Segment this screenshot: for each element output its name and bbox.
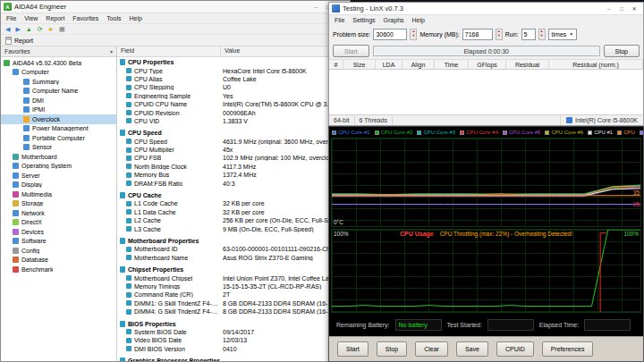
- legend-cpu-core-1[interactable]: CPU Core #1: [332, 130, 370, 135]
- sidebar-item-operating-system[interactable]: Operating System: [1, 162, 116, 172]
- usage-left-axis-label: 100%: [334, 231, 349, 237]
- sidebar-item-dmi[interactable]: DMI: [1, 96, 116, 105]
- legend-cpu-1[interactable]: CPU #1: [588, 130, 613, 135]
- memory-stepper[interactable]: ▲▼: [496, 29, 503, 40]
- legend-motherboard[interactable]: Motherboard: [640, 130, 643, 135]
- save-button[interactable]: Save: [456, 341, 488, 357]
- legend-cpu-core-6[interactable]: CPU Core #6: [545, 130, 583, 135]
- section-icon: [120, 238, 125, 244]
- property-row: Motherboard ChipsetIntel Union Point Z37…: [117, 274, 350, 282]
- property-field: DIMM1: G Skill TridentZ F4-3600C15-8GTZ: [117, 300, 221, 307]
- sidebar-item-computer[interactable]: Computer: [1, 68, 116, 78]
- aida-menu-report[interactable]: Report: [42, 15, 68, 21]
- sidebar-item-motherboard[interactable]: Motherboard: [1, 152, 116, 162]
- problem-size-input[interactable]: 30600: [373, 29, 407, 40]
- sidebar-item-aida64-v5-92-4300-beta[interactable]: AIDA64 v5.92.4300 Beta: [1, 58, 116, 68]
- tree-item-label: Devices: [21, 229, 44, 235]
- sidebar-item-directx[interactable]: DirectX: [1, 218, 116, 228]
- linx-minimize-button[interactable]: –: [603, 4, 615, 13]
- grid-column-size[interactable]: Size: [343, 60, 376, 69]
- sidebar-item-software[interactable]: Software: [1, 237, 116, 247]
- sidebar-item-sensor[interactable]: Sensor: [1, 143, 116, 153]
- sidebar-item-storage[interactable]: Storage: [1, 199, 116, 209]
- sidebar-item-portable-computer[interactable]: Portable Computer: [1, 133, 116, 143]
- legend-cpu-core-3[interactable]: CPU Core #3: [417, 130, 455, 135]
- preferences-button[interactable]: Preferences: [542, 341, 594, 357]
- legend-cpu-core-5[interactable]: CPU Core #5: [503, 130, 541, 135]
- run-units-dropdown[interactable]: times ▼: [548, 29, 578, 40]
- grid-column-[interactable]: #: [329, 60, 343, 69]
- up-icon[interactable]: ▲: [26, 26, 32, 32]
- linx-menu-settings[interactable]: Settings: [349, 17, 378, 23]
- report-button[interactable]: Report: [14, 38, 33, 44]
- aida-menu-favorites[interactable]: Favorites: [69, 15, 102, 21]
- property-field: Command Rate (CR): [117, 291, 221, 298]
- summary-icon: [23, 79, 30, 85]
- aida64-minimize-button[interactable]: –: [309, 2, 322, 12]
- aida-menu-help[interactable]: Help: [125, 15, 145, 21]
- aida64-app-icon: A: [4, 3, 12, 11]
- start-button[interactable]: Start: [337, 341, 369, 357]
- field-label: System BIOS Date: [134, 329, 187, 335]
- sidebar-item-database[interactable]: Database: [1, 256, 116, 265]
- aida64-toolbar: ◀▶▲⟳★▦: [1, 23, 350, 35]
- start-button[interactable]: Start: [333, 45, 369, 57]
- legend-cpu[interactable]: CPU: [617, 130, 635, 135]
- sidebar-item-devices[interactable]: Devices: [1, 227, 116, 237]
- column-field[interactable]: Field: [117, 46, 221, 56]
- grid-column-residual-norm[interactable]: Residual (norm.): [549, 60, 643, 69]
- display-icon: [13, 181, 19, 188]
- back-icon[interactable]: ◀: [5, 26, 10, 32]
- field-icon: [126, 85, 131, 90]
- run-count-stepper[interactable]: ▲▼: [538, 29, 546, 40]
- stop-button[interactable]: Stop: [377, 341, 407, 357]
- refresh-icon[interactable]: ⟳: [38, 26, 43, 32]
- aida-menu-tools[interactable]: Tools: [103, 15, 124, 21]
- field-label: CPUID CPU Name: [134, 101, 187, 107]
- grid-column-align[interactable]: Align: [402, 60, 435, 69]
- chevron-down-icon: ▼: [569, 31, 573, 37]
- aida-menu-view[interactable]: View: [21, 15, 41, 21]
- sidebar-item-summary[interactable]: Summary: [1, 77, 116, 87]
- sidebar-item-server[interactable]: Server: [1, 171, 116, 181]
- column-value[interactable]: Value: [221, 46, 243, 56]
- grid-column-time[interactable]: Time: [435, 60, 469, 69]
- clear-button[interactable]: Clear: [415, 341, 448, 357]
- sidebar-item-config[interactable]: Config: [1, 246, 116, 256]
- linx-menu-help[interactable]: Help: [409, 17, 428, 23]
- sidebar-item-overclock[interactable]: Overclock: [1, 114, 116, 124]
- grid-column-residual[interactable]: Residual: [506, 60, 549, 69]
- linx-maximize-button[interactable]: □: [615, 4, 628, 13]
- legend-cpu-core-4[interactable]: CPU Core #4: [460, 130, 498, 135]
- grid-column-lda[interactable]: LDA: [376, 60, 402, 69]
- linx-menu-graphs[interactable]: Graphs: [380, 17, 408, 23]
- legend-checkbox: [503, 130, 507, 135]
- favorites-star-icon[interactable]: ★: [48, 26, 54, 32]
- cpuid-button[interactable]: CPUID: [496, 341, 534, 357]
- sidebar-item-display[interactable]: Display: [1, 181, 116, 190]
- sidebar-item-benchmark[interactable]: Benchmark: [1, 265, 116, 274]
- monitor-info-row: Remaining Battery: No battery Test Start…: [329, 313, 643, 336]
- sidebar-item-network[interactable]: Network: [1, 208, 116, 218]
- memory-input[interactable]: 7168: [462, 29, 493, 40]
- sidebar-item-ipmi[interactable]: IPMI: [1, 105, 116, 115]
- legend-cpu-core-2[interactable]: CPU Core #2: [375, 130, 413, 135]
- legend-label: CPU #1: [594, 130, 613, 135]
- server-icon: [13, 173, 19, 179]
- sidebar-item-computer-name[interactable]: Computer Name: [1, 87, 116, 97]
- sidebar-item-power-management[interactable]: Power Management: [1, 124, 116, 134]
- problem-size-stepper[interactable]: ▲▼: [410, 29, 417, 40]
- forward-icon[interactable]: ▶: [15, 26, 20, 32]
- sidebar-item-multimedia[interactable]: Multimedia: [1, 189, 116, 199]
- stop-button[interactable]: Stop: [604, 45, 640, 57]
- field-icon: [126, 300, 131, 306]
- ipmi-icon: [23, 106, 30, 113]
- linx-menu-file[interactable]: File: [331, 17, 348, 23]
- run-count-input[interactable]: 5: [521, 29, 536, 40]
- favorites-tab[interactable]: Favorites ▾: [1, 46, 116, 57]
- grid-column-gflops[interactable]: GFlops: [469, 60, 506, 69]
- aida-menu-file[interactable]: File: [3, 15, 20, 21]
- tree-item-label: Network: [21, 210, 45, 216]
- panels-icon[interactable]: ▦: [59, 26, 65, 32]
- linx-close-button[interactable]: ✕: [628, 4, 640, 13]
